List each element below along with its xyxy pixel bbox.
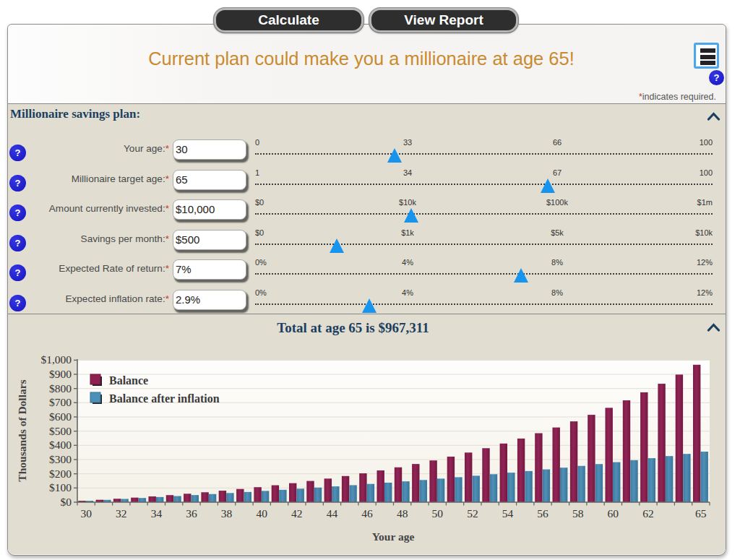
svg-text:$200: $200 <box>49 468 72 480</box>
svg-text:34: 34 <box>151 507 163 520</box>
svg-text:60: 60 <box>608 507 619 520</box>
svg-text:$300: $300 <box>49 453 72 465</box>
svg-text:40: 40 <box>256 507 267 520</box>
svg-text:36: 36 <box>186 507 197 520</box>
svg-text:$1,000: $1,000 <box>40 353 72 366</box>
svg-text:Balance after inflation: Balance after inflation <box>109 392 220 405</box>
svg-text:48: 48 <box>397 507 408 520</box>
svg-text:$100: $100 <box>49 481 72 494</box>
svg-text:Your age: Your age <box>372 530 415 543</box>
svg-text:32: 32 <box>116 507 127 520</box>
svg-text:$0: $0 <box>61 496 72 508</box>
svg-text:54: 54 <box>502 507 514 520</box>
svg-text:62: 62 <box>642 507 654 520</box>
svg-text:58: 58 <box>572 507 584 520</box>
svg-text:$400: $400 <box>49 439 72 451</box>
svg-text:$900: $900 <box>49 368 72 380</box>
svg-text:56: 56 <box>537 507 548 520</box>
svg-text:$800: $800 <box>49 382 72 395</box>
svg-text:52: 52 <box>467 507 478 520</box>
svg-text:Balance: Balance <box>109 374 148 387</box>
svg-text:$700: $700 <box>49 396 72 408</box>
svg-text:$600: $600 <box>49 410 72 423</box>
svg-text:38: 38 <box>221 507 233 520</box>
svg-text:65: 65 <box>695 507 707 520</box>
svg-text:Thousands of Dollars: Thousands of Dollars <box>16 379 28 481</box>
svg-text:30: 30 <box>80 507 92 520</box>
svg-text:42: 42 <box>291 507 303 520</box>
svg-text:46: 46 <box>361 507 373 520</box>
svg-text:44: 44 <box>327 507 338 520</box>
svg-text:$500: $500 <box>49 425 72 437</box>
svg-text:50: 50 <box>432 507 444 520</box>
